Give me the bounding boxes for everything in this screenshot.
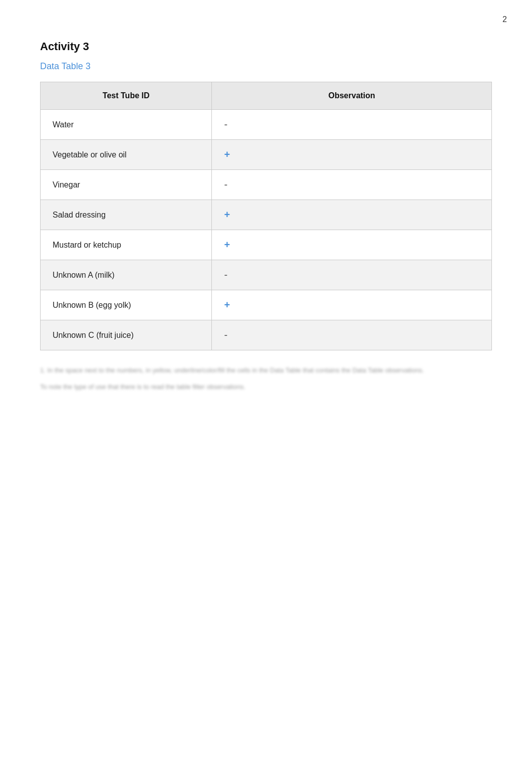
- table-row-obs-7: -: [212, 320, 492, 350]
- table-row-id-3: Salad dressing: [41, 200, 212, 230]
- table-row-id-6: Unknown B (egg yolk): [41, 290, 212, 320]
- data-table-label: Data Table 3: [40, 61, 492, 72]
- table-row-obs-0: -: [212, 110, 492, 140]
- blurred-line-1: 1. In the space next to the numbers, in …: [40, 365, 492, 376]
- table-row-id-2: Vinegar: [41, 170, 212, 200]
- table-row-obs-2: -: [212, 170, 492, 200]
- page-number: 2: [502, 15, 507, 24]
- table-row-obs-6: +: [212, 290, 492, 320]
- activity-title: Activity 3: [40, 40, 492, 53]
- blurred-line-2: To note the type of use that there is to…: [40, 382, 492, 393]
- table-row-id-0: Water: [41, 110, 212, 140]
- table-row-id-7: Unknown C (fruit juice): [41, 320, 212, 350]
- table-row-id-4: Mustard or ketchup: [41, 230, 212, 260]
- col-id-header: Test Tube ID: [41, 82, 212, 110]
- table-row-id-5: Unknown A (milk): [41, 260, 212, 290]
- table-row-obs-5: -: [212, 260, 492, 290]
- table-row-obs-4: +: [212, 230, 492, 260]
- data-table: Test Tube ID Observation Water-Vegetable…: [40, 82, 492, 350]
- table-row-id-1: Vegetable or olive oil: [41, 140, 212, 170]
- col-obs-header: Observation: [212, 82, 492, 110]
- blurred-text-section: 1. In the space next to the numbers, in …: [40, 365, 492, 393]
- table-row-obs-1: +: [212, 140, 492, 170]
- table-row-obs-3: +: [212, 200, 492, 230]
